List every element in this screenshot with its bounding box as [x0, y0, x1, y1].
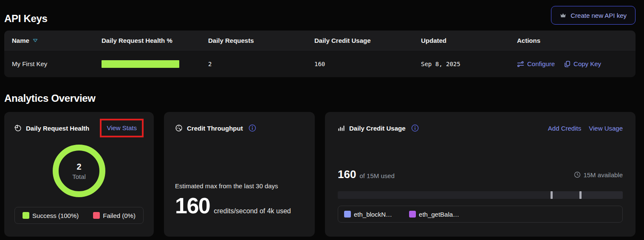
clock-icon: [574, 171, 581, 178]
column-daily-requests: Daily Requests: [208, 37, 314, 44]
create-api-key-label: Create new API key: [571, 12, 627, 19]
throughput-value: 160: [175, 195, 210, 217]
usage-legend: eth_blockN… eth_getBala…: [338, 206, 623, 223]
add-credits-link[interactable]: Add Credits: [548, 125, 581, 132]
configure-link[interactable]: Configure: [517, 60, 555, 67]
gauge-icon: [175, 124, 183, 132]
key-name: My First Key: [12, 60, 102, 67]
column-actions: Actions: [517, 37, 636, 44]
column-daily-credit-usage: Daily Credit Usage: [314, 37, 421, 44]
info-icon[interactable]: [249, 124, 256, 132]
usage-header-links: Add Credits View Usage: [548, 125, 623, 132]
daily-request-health-card: Daily Request Health View Stats 2 Total …: [4, 112, 154, 237]
copy-key-label: Copy Key: [573, 60, 601, 67]
copy-icon: [564, 61, 571, 67]
request-health-donut-chart: 2 Total: [53, 145, 105, 197]
analytics-overview-title: Analytics Overview: [4, 92, 636, 104]
capacity-tick-marker: [551, 191, 553, 199]
usage-stats-row: 160 of 15M used 15M available: [338, 168, 623, 181]
page-title: API Keys: [4, 13, 48, 25]
legend-eth-blocknumber: eth_blockN…: [344, 211, 392, 218]
pie-chart-icon: [14, 125, 22, 132]
success-swatch: [23, 212, 29, 219]
view-stats-link[interactable]: View Stats: [107, 124, 137, 131]
table-header-row: Name Daily Request Health % Daily Reques…: [4, 31, 636, 50]
column-name-label: Name: [12, 37, 29, 44]
legend-success: Success (100%): [23, 212, 79, 219]
failed-label: Failed (0%): [103, 212, 136, 219]
donut-total-value: 2: [76, 162, 81, 172]
copy-key-link[interactable]: Copy Key: [564, 60, 601, 67]
credits-used-value: 160: [338, 168, 356, 181]
column-name[interactable]: Name: [12, 37, 102, 44]
configure-label: Configure: [527, 60, 555, 67]
health-legend: Success (100%) Failed (0%): [14, 207, 144, 224]
eth-blocknumber-label: eth_blockN…: [354, 211, 392, 218]
create-api-key-button[interactable]: Create new API key: [551, 6, 636, 25]
capacity-segment: [551, 191, 579, 199]
dashboard: API Keys Create new API key Name Daily R…: [4, 0, 636, 237]
capacity-bar: [338, 191, 623, 199]
daily-credit-usage-value: 160: [314, 61, 421, 67]
capacity-segment: [579, 191, 623, 199]
crown-icon: [560, 12, 566, 18]
health-card-header: Daily Request Health View Stats: [14, 118, 144, 138]
sliders-icon: [517, 61, 524, 67]
throughput-card-header: Credit Throughput: [175, 118, 304, 138]
eth-getbalance-swatch: [409, 211, 416, 218]
page-header: API Keys Create new API key: [4, 0, 636, 25]
health-card-title: Daily Request Health: [26, 125, 89, 132]
throughput-description: Estimated max from the last 30 days: [175, 182, 304, 190]
request-health-donut-wrap: 2 Total: [14, 145, 144, 197]
eth-blocknumber-swatch: [344, 211, 351, 218]
api-keys-table: Name Daily Request Health % Daily Reques…: [4, 31, 636, 77]
info-icon[interactable]: [411, 124, 419, 132]
capacity-tick-marker: [579, 191, 582, 199]
credits-available: 15M available: [574, 171, 623, 179]
sort-chevron-icon[interactable]: [33, 39, 38, 42]
actions-cell: Configure Copy Key: [517, 60, 636, 67]
eth-getbalance-label: eth_getBala…: [419, 211, 459, 218]
health-percent-bar: [102, 60, 179, 68]
success-label: Success (100%): [32, 212, 79, 219]
health-bar-cell: [102, 60, 208, 68]
credits-used-label: of 15M used: [359, 172, 395, 179]
legend-failed: Failed (0%): [93, 212, 136, 219]
legend-eth-getbalance: eth_getBala…: [409, 211, 459, 218]
throughput-card-title: Credit Throughput: [187, 125, 243, 132]
credits-available-label: 15M available: [583, 171, 623, 179]
column-health: Daily Request Health %: [102, 37, 208, 44]
daily-requests-value: 2: [208, 61, 314, 67]
credit-throughput-card: Credit Throughput Estimated max from the…: [164, 112, 315, 237]
annotation-highlight-box: View Stats: [100, 119, 144, 137]
updated-value: Sep 8, 2025: [421, 61, 517, 67]
view-usage-link[interactable]: View Usage: [589, 125, 623, 132]
usage-card-header: Daily Credit Usage Add Credits View Usag…: [338, 118, 623, 138]
throughput-value-row: 160 credits/second of 4k used: [175, 195, 304, 217]
throughput-unit: credits/second of 4k used: [214, 207, 291, 215]
analytics-cards: Daily Request Health View Stats 2 Total …: [4, 112, 636, 237]
bar-chart-icon: [338, 125, 345, 131]
usage-card-title: Daily Credit Usage: [349, 125, 406, 132]
column-updated: Updated: [421, 37, 517, 44]
table-row: My First Key 2 160 Sep 8, 2025 Configure…: [4, 50, 636, 77]
daily-credit-usage-card: Daily Credit Usage Add Credits View Usag…: [325, 112, 636, 237]
donut-total-label: Total: [72, 173, 86, 180]
failed-swatch: [93, 212, 100, 219]
